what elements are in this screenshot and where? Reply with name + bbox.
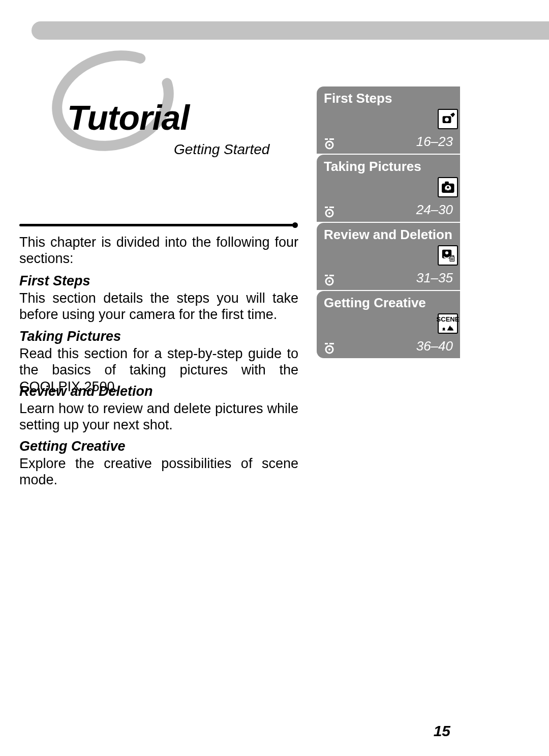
section-body: This section details the steps you will … (19, 290, 298, 323)
header-bar (32, 21, 549, 40)
tab-pages: 31–35 (416, 270, 453, 286)
svg-point-4 (445, 118, 449, 122)
section-divider (19, 222, 298, 227)
tab-taking-pictures: Taking Pictures 24–30 (317, 155, 460, 222)
svg-point-6 (328, 212, 330, 214)
section-heading: Review and Deletion (19, 384, 298, 399)
tab-pages: 36–40 (416, 338, 453, 354)
svg-point-14 (445, 251, 448, 254)
tab-title: Taking Pictures (324, 159, 421, 175)
svg-point-2 (328, 144, 330, 146)
section-body: Explore the creative possibilities of sc… (19, 455, 298, 488)
tab-getting-creative: Getting Creative SCENE 36–40 (317, 291, 460, 358)
tab-review-deletion: Review and Deletion 31–35 (317, 223, 460, 290)
page-subtitle: Getting Started (174, 141, 269, 158)
page-title: Tutorial (67, 98, 189, 137)
xref-icon (322, 135, 337, 150)
tab-first-steps: First Steps 16–23 (317, 86, 460, 154)
tab-title: Review and Deletion (324, 227, 452, 243)
tab-title: First Steps (324, 91, 392, 106)
section-first-steps: First Steps This section details the ste… (19, 273, 298, 323)
intro-text: This chapter is divided into the followi… (19, 234, 298, 267)
camera-hand-icon (438, 109, 458, 129)
scene-label: SCENE (437, 316, 460, 323)
svg-rect-8 (445, 182, 449, 184)
tab-pages: 16–23 (416, 134, 453, 150)
section-body: Learn how to review and delete pictures … (19, 400, 298, 433)
section-heading: First Steps (19, 273, 298, 289)
delete-photo-icon (438, 245, 458, 266)
svg-point-12 (328, 280, 330, 282)
scene-icon: SCENE (438, 313, 458, 334)
xref-icon (322, 272, 337, 286)
svg-rect-19 (450, 255, 454, 256)
tab-title: Getting Creative (324, 295, 426, 311)
manual-page: Tutorial Getting Started This chapter is… (0, 0, 549, 756)
svg-point-21 (328, 348, 330, 351)
section-heading: Getting Creative (19, 439, 298, 454)
svg-point-10 (447, 186, 449, 189)
section-heading: Taking Pictures (19, 329, 298, 344)
xref-icon (322, 340, 337, 354)
chapter-tabs: First Steps 16–23 Taking Pictures 24–30 … (317, 86, 460, 359)
section-getting-creative: Getting Creative Explore the creative po… (19, 439, 298, 488)
section-review-deletion: Review and Deletion Learn how to review … (19, 384, 298, 433)
xref-icon (322, 203, 337, 218)
page-number: 15 (434, 722, 450, 740)
tab-pages: 24–30 (416, 202, 453, 218)
camera-face-icon (438, 177, 458, 197)
